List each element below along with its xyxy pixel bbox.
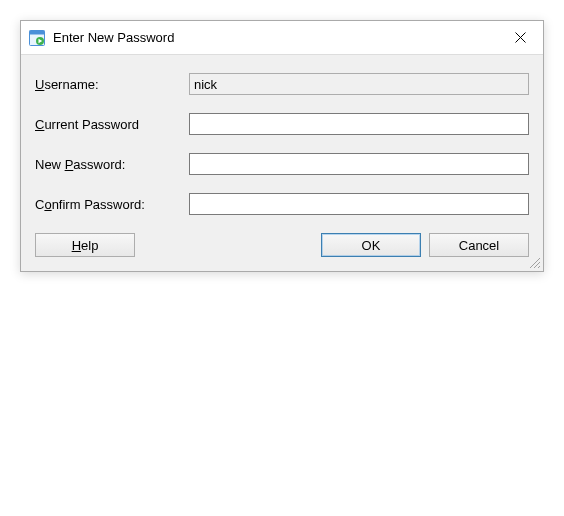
username-label: Username: [35, 77, 189, 92]
username-field[interactable] [189, 73, 529, 95]
new-password-row: New Password: [35, 153, 529, 175]
confirm-password-row: Confirm Password: [35, 193, 529, 215]
svg-rect-1 [30, 30, 45, 34]
dialog-body: Username: Current Password New Password:… [21, 55, 543, 271]
svg-line-8 [538, 266, 540, 268]
enter-new-password-dialog: Enter New Password Username: Current Pas… [20, 20, 544, 272]
close-icon [515, 32, 526, 43]
resize-grip[interactable] [527, 255, 541, 269]
app-icon [29, 30, 45, 46]
confirm-password-field[interactable] [189, 193, 529, 215]
username-row: Username: [35, 73, 529, 95]
ok-button[interactable]: OK [321, 233, 421, 257]
new-password-label: New Password: [35, 157, 189, 172]
new-password-field[interactable] [189, 153, 529, 175]
titlebar: Enter New Password [21, 21, 543, 55]
close-button[interactable] [497, 21, 543, 54]
button-row: Help OK Cancel [35, 233, 529, 257]
confirm-password-label: Confirm Password: [35, 197, 189, 212]
current-password-label: Current Password [35, 117, 189, 132]
cancel-button[interactable]: Cancel [429, 233, 529, 257]
current-password-row: Current Password [35, 113, 529, 135]
current-password-field[interactable] [189, 113, 529, 135]
window-title: Enter New Password [53, 30, 497, 45]
help-button[interactable]: Help [35, 233, 135, 257]
